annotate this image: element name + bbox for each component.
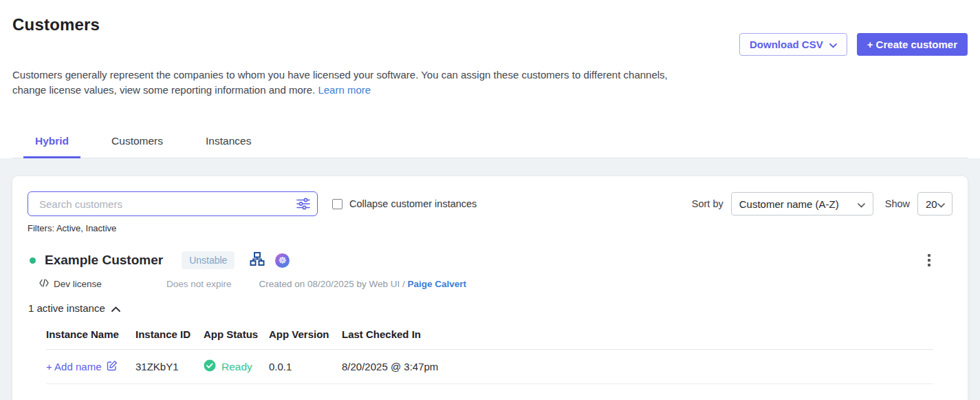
search-input[interactable] (28, 191, 318, 216)
active-filters-text: Filters: Active, Inactive (28, 223, 952, 233)
create-customer-button[interactable]: + Create customer (857, 33, 968, 56)
download-csv-button[interactable]: Download CSV (739, 33, 847, 56)
app-status-value: Ready (204, 359, 269, 375)
app-status-label: Ready (221, 361, 252, 373)
table-header-row: Instance Name Instance ID App Status App… (46, 328, 933, 350)
instances-collapse-toggle[interactable]: 1 active instance (28, 302, 120, 314)
create-customer-label: + Create customer (867, 39, 957, 50)
sort-by-label: Sort by (692, 198, 723, 209)
sort-select-value: Customer name (A-Z) (739, 198, 839, 210)
sort-select[interactable]: Customer name (A-Z) (731, 192, 873, 215)
show-select-value: 20 (926, 198, 937, 210)
created-by-text: Created on 08/20/2025 by Web UI / Paige … (259, 279, 466, 289)
add-instance-name-button[interactable]: + Add name (46, 360, 118, 373)
table-row: + Add name 31ZKbY1 (46, 350, 933, 384)
col-app-version: App Version (269, 328, 342, 340)
filter-sliders-icon[interactable] (296, 198, 310, 210)
customers-card: Collapse customer instances Sort by Cust… (12, 176, 968, 400)
tab-hybrid[interactable]: Hybrid (23, 129, 80, 158)
created-by-link[interactable]: Paige Calvert (407, 279, 466, 289)
download-csv-label: Download CSV (750, 39, 823, 50)
customer-type-icons: ☸ (249, 251, 290, 270)
chevron-down-icon (937, 198, 945, 210)
edit-pencil-icon (107, 360, 118, 373)
page-description: Customers generally represent the compan… (12, 67, 671, 98)
tab-instances[interactable]: Instances (194, 129, 263, 158)
content-area: Collapse customer instances Sort by Cust… (0, 158, 980, 400)
col-last-checked-in: Last Checked In (342, 328, 933, 340)
header-actions: Download CSV + Create customer (739, 33, 968, 56)
chevron-down-icon (858, 198, 865, 210)
show-label: Show (885, 198, 910, 209)
license-row: Dev license Does not expire Created on 0… (28, 279, 952, 289)
col-instance-id: Instance ID (135, 328, 204, 340)
chevron-up-icon (111, 302, 120, 314)
learn-more-link[interactable]: Learn more (318, 84, 371, 96)
check-circle-icon (204, 359, 216, 375)
page-header: Customers Download CSV + Create customer… (0, 0, 980, 98)
collapse-instances-checkbox[interactable] (332, 199, 342, 209)
add-name-label: + Add name (46, 361, 101, 372)
collapse-instances-label: Collapse customer instances (349, 198, 477, 209)
instance-id-value: 31ZKbY1 (135, 361, 204, 372)
app-version-value: 0.0.1 (269, 361, 342, 372)
page-title: Customers (12, 15, 100, 34)
kubernetes-icon: ☸ (275, 253, 290, 268)
chevron-down-icon (829, 39, 837, 50)
active-status-dot (30, 257, 36, 264)
collapse-instances-group: Collapse customer instances (332, 198, 477, 209)
toolbar: Collapse customer instances Sort by Cust… (28, 191, 952, 216)
tab-bar: Hybrid Customers Instances (12, 129, 968, 158)
created-on-text: Created on 08/20/2025 by Web UI / (259, 279, 405, 289)
search-wrap (28, 191, 318, 216)
instances-summary: 1 active instance (28, 302, 105, 314)
instances-table: Instance Name Instance ID App Status App… (46, 328, 933, 384)
tab-customers[interactable]: Customers (100, 129, 175, 158)
last-checked-in-value: 8/20/2025 @ 3:47pm (342, 361, 933, 372)
customer-name[interactable]: Example Customer (45, 253, 163, 268)
code-icon (39, 279, 49, 289)
customer-row-header: Example Customer Unstable ☸ (28, 251, 952, 270)
col-app-status: App Status (204, 328, 269, 340)
license-type: Dev license (54, 279, 102, 289)
license-expiration: Does not expire (166, 279, 232, 289)
col-instance-name: Instance Name (46, 328, 135, 340)
channel-badge: Unstable (182, 251, 235, 269)
sitemap-icon (249, 251, 265, 270)
show-select[interactable]: 20 (917, 192, 952, 215)
customer-actions-menu[interactable] (925, 251, 933, 269)
